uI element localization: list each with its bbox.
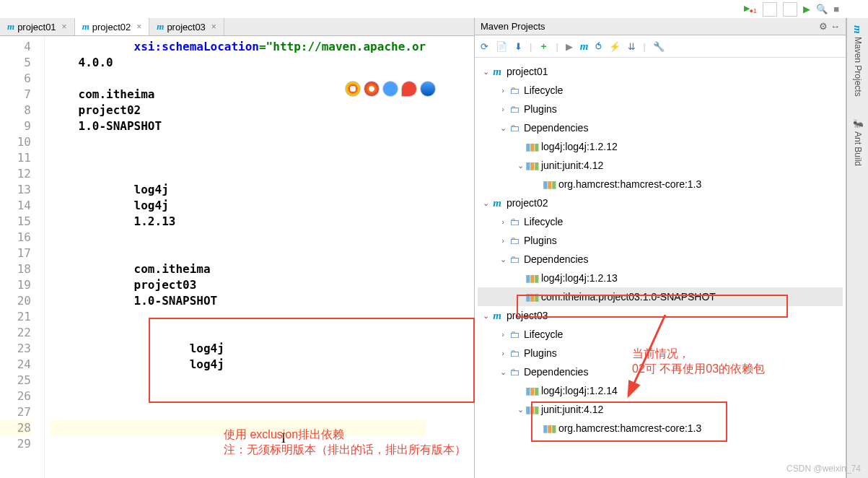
editor-tabs: m project01 ×m project02 ×m project03 ×: [0, 18, 474, 36]
tree-node[interactable]: ▮▮▮ log4j:log4j:1.2.13: [478, 269, 843, 287]
dependency-icon: ▮▮▮: [525, 160, 538, 171]
tree-node[interactable]: ›🗀 Plugins: [478, 344, 843, 362]
expander-icon[interactable]: ⌄: [481, 199, 491, 208]
tree-node[interactable]: ›🗀 Lifecycle: [478, 325, 843, 344]
tree-node[interactable]: ⌄m project02: [478, 194, 843, 212]
maven-tree[interactable]: ⌄m project01›🗀 Lifecycle›🗀 Plugins⌄🗀 Dep…: [475, 58, 846, 442]
folder-icon: 🗀: [508, 103, 521, 115]
close-icon[interactable]: ×: [62, 22, 67, 32]
watermark: CSDN @weixin_74: [786, 464, 861, 474]
expander-icon[interactable]: [515, 274, 525, 282]
add-icon[interactable]: ＋: [539, 40, 548, 53]
expander-icon[interactable]: ⌄: [498, 368, 508, 377]
dependency-icon: ▮▮▮: [525, 385, 538, 396]
folder-icon: 🗀: [508, 84, 521, 96]
lightning-icon[interactable]: ⚡: [609, 41, 621, 52]
tab-project01[interactable]: m project01 ×: [0, 18, 75, 35]
expander-icon[interactable]: ⌄: [481, 67, 491, 77]
generate-icon[interactable]: 📄: [496, 41, 507, 52]
dependency-icon: ▮▮▮: [525, 291, 538, 303]
close-icon[interactable]: ×: [211, 22, 216, 32]
gear-icon[interactable]: ⚙ ↔: [819, 21, 840, 32]
expander-icon[interactable]: ⌄: [498, 255, 508, 264]
ant-build-tool[interactable]: 🐜Ant Build: [853, 118, 863, 166]
maven-module-icon: m: [491, 66, 504, 78]
folder-icon: 🗀: [508, 347, 521, 359]
dependency-icon: ▮▮▮: [543, 178, 556, 190]
line-gutter: 4567891011121314151617181920212223242526…: [0, 36, 45, 478]
tree-node[interactable]: ⌄▮▮▮ junit:junit:4.12: [478, 156, 843, 175]
folder-icon: 🗀: [508, 235, 521, 246]
expander-icon[interactable]: ›: [498, 236, 508, 245]
text-cursor: I: [281, 431, 286, 446]
dependency-icon: ▮▮▮: [525, 404, 538, 415]
folder-icon: 🗀: [508, 216, 521, 227]
settings-icon[interactable]: 🔧: [653, 41, 665, 52]
expander-icon[interactable]: ›: [498, 330, 508, 339]
maven-toolbar: ⟳ 📄 ⬇ | ＋ | ▶ m ⥀ ⚡ ⇊ | 🔧: [475, 35, 846, 58]
expander-icon[interactable]: [532, 180, 543, 188]
expander-icon[interactable]: [532, 424, 543, 433]
tree-node[interactable]: ▮▮▮ org.hamcrest:hamcrest-core:1.3: [478, 419, 843, 438]
maven-module-icon: m: [491, 197, 504, 209]
dependency-icon: ▮▮▮: [525, 141, 538, 152]
tree-node[interactable]: ▮▮▮ org.hamcrest:hamcrest-core:1.3: [478, 175, 843, 194]
folder-icon: 🗀: [508, 253, 521, 265]
skip-icon[interactable]: ⥀: [595, 41, 602, 52]
expander-icon[interactable]: ›: [498, 105, 508, 113]
expander-icon[interactable]: ⌄: [498, 123, 508, 133]
expander-icon[interactable]: ›: [498, 217, 508, 226]
expander-icon[interactable]: ⌄: [515, 405, 525, 414]
tree-node[interactable]: ›🗀 Plugins: [478, 100, 843, 118]
expander-icon[interactable]: ⌄: [515, 161, 525, 170]
expander-icon[interactable]: ›: [498, 86, 508, 95]
download-icon[interactable]: ⬇: [514, 41, 522, 52]
code-editor[interactable]: xsi:schemaLocation="http://maven.apache.…: [45, 36, 426, 478]
m-run-icon[interactable]: m: [580, 40, 589, 53]
collapse-icon[interactable]: ⇊: [628, 41, 636, 52]
top-toolbar: ▶●1 ▶ 🔍 ■: [744, 0, 839, 18]
folder-icon: 🗀: [508, 122, 521, 134]
expander-icon[interactable]: [515, 142, 525, 151]
folder-icon: 🗀: [508, 329, 521, 340]
tree-node[interactable]: ›🗀 Plugins: [478, 231, 843, 250]
dependency-icon: ▮▮▮: [525, 272, 538, 284]
tree-node[interactable]: ›🗀 Lifecycle: [478, 212, 843, 231]
refresh-icon[interactable]: ⟳: [481, 41, 488, 52]
expander-icon[interactable]: ⌄: [481, 311, 491, 321]
expander-icon[interactable]: [515, 386, 525, 395]
tree-node[interactable]: ›🗀 Lifecycle: [478, 81, 843, 100]
close-icon[interactable]: ×: [136, 22, 141, 32]
maven-projects-tool[interactable]: mMaven Projects: [851, 25, 864, 96]
tree-node[interactable]: ▮▮▮ log4j:log4j:1.2.14: [478, 381, 843, 400]
dependency-icon: ▮▮▮: [543, 422, 556, 434]
tree-node[interactable]: ▮▮▮ com.itheima:project03:1.0-SNAPSHOT: [478, 287, 843, 306]
tree-node[interactable]: ⌄m project01: [478, 62, 843, 81]
tree-node[interactable]: ⌄▮▮▮ junit:junit:4.12: [478, 400, 843, 419]
expander-icon[interactable]: ›: [498, 349, 508, 357]
tab-project03[interactable]: m project03 ×: [149, 18, 224, 35]
tab-project02[interactable]: m project02 ×: [75, 18, 150, 35]
expander-icon[interactable]: [515, 292, 525, 301]
maven-icon: m: [157, 21, 164, 32]
tree-node[interactable]: ▮▮▮ log4j:log4j:1.2.12: [478, 137, 843, 156]
maven-panel-title: Maven Projects ⚙ ↔: [475, 18, 846, 35]
tree-node[interactable]: ⌄🗀 Dependencies: [478, 362, 843, 381]
maven-icon: m: [7, 21, 14, 32]
tree-node[interactable]: ⌄m project03: [478, 306, 843, 325]
run-icon[interactable]: ▶: [566, 41, 573, 52]
browser-icons: [345, 81, 436, 97]
maven-module-icon: m: [491, 310, 504, 322]
tree-node[interactable]: ⌄🗀 Dependencies: [478, 250, 843, 269]
folder-icon: 🗀: [508, 366, 521, 378]
tree-node[interactable]: ⌄🗀 Dependencies: [478, 118, 843, 137]
maven-icon: m: [82, 21, 89, 32]
